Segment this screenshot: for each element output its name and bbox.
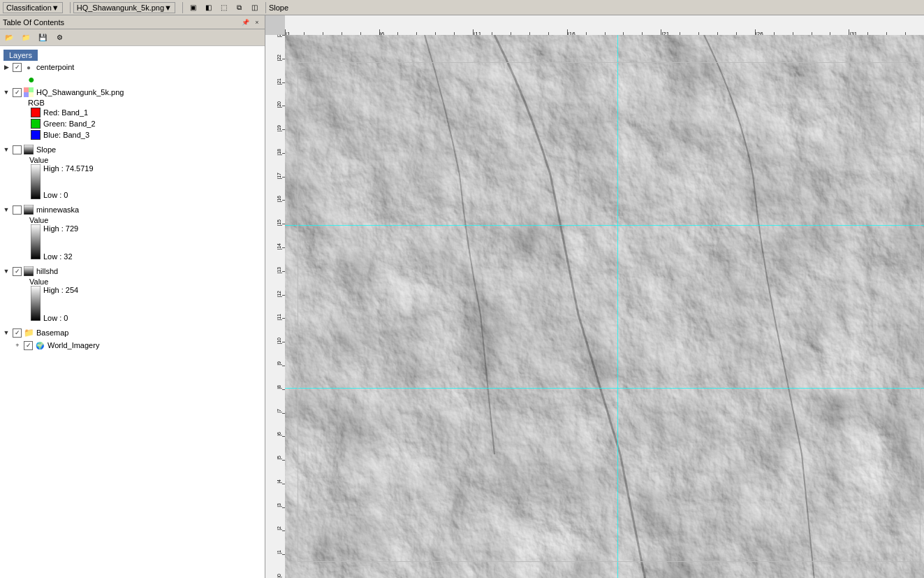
icon-btn-4[interactable]: ⧉: [233, 1, 247, 14]
raster-icon-hillshd: [23, 266, 34, 277]
svg-rect-4: [29, 92, 34, 97]
icon-btn-2[interactable]: ◧: [202, 1, 216, 14]
checkbox-world-imagery[interactable]: [24, 341, 33, 350]
label-red: Red: Band_1: [43, 108, 88, 117]
hq-rgb-label: RGB: [0, 99, 265, 107]
label-slope: Slope: [36, 145, 56, 154]
checkbox-centerpoint[interactable]: [13, 63, 22, 72]
centerpoint-indicator: ●: [0, 73, 265, 86]
map-canvas[interactable]: [285, 35, 924, 578]
separator-2: [182, 2, 183, 13]
band-blue: Blue: Band_3: [0, 129, 265, 140]
toc-header: Table Of Contents 📌 ×: [0, 15, 265, 29]
classification-dropdown[interactable]: Classification▼: [3, 2, 63, 13]
layer-item-centerpoint[interactable]: ▶ ● centerpoint: [0, 61, 265, 73]
slope-tool-label: Slope: [269, 3, 288, 12]
checkbox-hillshd[interactable]: [13, 267, 22, 276]
label-hillshd: hillshd: [36, 267, 58, 275]
toc-tree: ▶ ● centerpoint ● ▼ HQ_Shawangunk_5k.png: [0, 61, 265, 578]
svg-rect-9: [24, 266, 34, 276]
icon-btn-1[interactable]: ▣: [186, 1, 200, 14]
svg-rect-2: [29, 87, 34, 92]
raster-icon-world-imagery: 🌍: [34, 340, 45, 351]
toc-folder-add-btn[interactable]: 📁: [19, 31, 33, 44]
hillshd-gradient: [31, 286, 41, 322]
label-hq: HQ_Shawangunk_5k.png: [36, 88, 124, 96]
group-icon-basemap: 📁: [23, 327, 34, 338]
slope-gradient-labels: High : 74.5719 Low : 0: [43, 164, 94, 199]
top-toolbar: Classification▼ HQ_Shawangunk_5k.png▼ ▣ …: [0, 0, 924, 15]
layers-tab[interactable]: Layers: [3, 50, 38, 61]
layer-item-slope[interactable]: ▼ Slope: [0, 143, 265, 156]
toc-close-btn[interactable]: ×: [252, 17, 262, 27]
color-blue: [31, 130, 41, 140]
checkbox-minnewaska[interactable]: [13, 205, 22, 215]
layer-item-basemap[interactable]: ▼ 📁 Basemap: [0, 326, 265, 339]
point-icon-centerpoint: ●: [23, 62, 34, 73]
toc-folder-open-btn[interactable]: 📂: [2, 31, 16, 44]
layer-item-hq[interactable]: ▼ HQ_Shawangunk_5k.png: [0, 86, 265, 99]
slope-gradient: [31, 164, 41, 199]
raster-icon-hq: [23, 87, 34, 98]
minnewaska-gradient-labels: High : 729 Low : 32: [43, 224, 78, 261]
band-red: Red: Band_1: [0, 107, 265, 118]
label-world-imagery: World_Imagery: [47, 341, 99, 349]
slope-gradient-block: High : 74.5719 Low : 0: [0, 164, 265, 201]
slope-low: Low : 0: [43, 191, 94, 199]
expand-basemap[interactable]: ▼: [1, 328, 11, 338]
minnewaska-gradient-block: High : 729 Low : 32: [0, 224, 265, 262]
toc-header-icons: 📌 ×: [240, 17, 262, 27]
ruler-horizontal: |1|2|3|4|5|6|7|8|9|10|11|12|13|14|15|16|…: [285, 15, 924, 35]
svg-rect-1: [24, 87, 29, 92]
expand-slope[interactable]: ▼: [1, 145, 11, 154]
hillshade-svg: [285, 35, 924, 578]
checkbox-basemap[interactable]: [13, 328, 22, 338]
svg-rect-8: [31, 224, 41, 259]
label-centerpoint: centerpoint: [36, 63, 74, 71]
label-basemap: Basemap: [36, 328, 68, 337]
expand-world-imagery[interactable]: +: [13, 340, 22, 350]
hillshd-low: Low : 0: [43, 314, 78, 322]
slope-value-label: Value: [0, 156, 265, 164]
color-red: [31, 108, 41, 117]
toc-properties-btn[interactable]: ⚙: [52, 31, 66, 44]
band-green: Green: Band_2: [0, 118, 265, 129]
icon-btn-3[interactable]: ⬚: [217, 1, 231, 14]
checkbox-hq[interactable]: [13, 88, 22, 97]
expand-minnewaska[interactable]: ▼: [1, 205, 11, 215]
layer-dropdown[interactable]: HQ_Shawangunk_5k.png▼: [73, 2, 175, 13]
svg-rect-5: [24, 145, 34, 154]
minnewaska-value-label: Value: [0, 216, 265, 224]
separator-1: [70, 2, 71, 13]
svg-rect-7: [24, 205, 34, 215]
svg-rect-12: [285, 35, 924, 578]
hillshd-gradient-block: High : 254 Low : 0: [0, 286, 265, 324]
toc-toolbar: 📂 📁 💾 ⚙: [0, 29, 265, 46]
minnewaska-low: Low : 32: [43, 252, 78, 261]
color-green: [31, 119, 41, 129]
expand-hq[interactable]: ▼: [1, 87, 11, 97]
hillshd-gradient-labels: High : 254 Low : 0: [43, 286, 78, 322]
minnewaska-gradient: [31, 224, 41, 261]
expand-centerpoint[interactable]: ▶: [1, 62, 11, 72]
hillshd-high: High : 254: [43, 286, 78, 294]
toc-pin-btn[interactable]: 📌: [240, 17, 250, 27]
layer-item-world-imagery[interactable]: + 🌍 World_Imagery: [0, 339, 265, 352]
hillshd-value-label: Value: [0, 277, 265, 286]
map-area[interactable]: |1|2|3|4|5|6|7|8|9|10|11|12|13|14|15|16|…: [265, 15, 924, 578]
layer-item-minnewaska[interactable]: ▼ minnewaska: [0, 203, 265, 216]
layer-item-hillshd[interactable]: ▼ hillshd: [0, 265, 265, 277]
label-minnewaska: minnewaska: [36, 205, 79, 214]
checkbox-slope[interactable]: [13, 145, 22, 154]
svg-rect-3: [24, 92, 29, 97]
raster-icon-minnewaska: [23, 204, 34, 215]
label-blue: Blue: Band_3: [43, 131, 89, 139]
svg-rect-6: [31, 164, 41, 199]
raster-icon-slope: [23, 144, 34, 155]
toc-save-btn[interactable]: 💾: [36, 31, 50, 44]
separator-3: [265, 2, 266, 13]
layers-tab-container: Layers: [1, 48, 265, 61]
expand-hillshd[interactable]: ▼: [1, 266, 11, 276]
minnewaska-high: High : 729: [43, 224, 78, 233]
icon-btn-5[interactable]: ◫: [248, 1, 262, 14]
